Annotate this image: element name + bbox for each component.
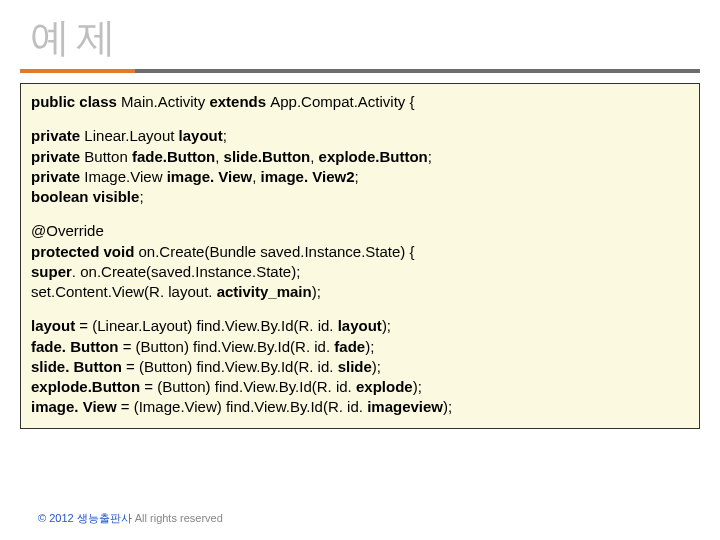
id-explode: explode — [356, 378, 413, 395]
id-imageview: imageview — [367, 398, 443, 415]
code-line-1: public class Main.Activity extends App.C… — [31, 92, 689, 112]
var-layout: layout — [31, 317, 79, 334]
t: ; — [355, 168, 359, 185]
kw-extends: extends — [209, 93, 270, 110]
t: , — [310, 148, 318, 165]
var-imageview: image. View — [31, 398, 121, 415]
res-activity-main: activity_main — [217, 283, 312, 300]
annotation-override: @Override — [31, 222, 104, 239]
t: = (Button) find.View.By.Id(R. id. — [123, 338, 335, 355]
underline-rest — [135, 69, 700, 73]
title-block: 예제 — [20, 10, 700, 79]
t: . on.Create(saved.Instance.State); — [72, 263, 300, 280]
kw-private: private — [31, 168, 84, 185]
code-line-4: private Image.View image. View, image. V… — [31, 167, 689, 187]
field-imageview2: image. View2 — [261, 168, 355, 185]
code-line-8: super. on.Create(saved.Instance.State); — [31, 262, 689, 282]
field-slidebutton: slide.Button — [224, 148, 311, 165]
id-slide: slide — [338, 358, 372, 375]
t: Image.View — [84, 168, 166, 185]
slide: 예제 public class Main.Activity extends Ap… — [0, 0, 720, 540]
var-fadebutton: fade. Button — [31, 338, 123, 355]
t: ; — [428, 148, 432, 165]
var-explodebutton: explode.Button — [31, 378, 144, 395]
kw-private: private — [31, 127, 84, 144]
code-line-3: private Button fade.Button, slide.Button… — [31, 147, 689, 167]
t: ); — [413, 378, 422, 395]
slide-title: 예제 — [30, 10, 700, 65]
title-underline — [20, 69, 700, 73]
t: set.Content.View(R. layout. — [31, 283, 217, 300]
kw-protected-void: protected void — [31, 243, 139, 260]
field-explodebutton: explode.Button — [319, 148, 428, 165]
t: = (Image.View) find.View.By.Id(R. id. — [121, 398, 367, 415]
code-line-10: layout = (Linear.Layout) find.View.By.Id… — [31, 316, 689, 336]
field-visible: visible — [93, 188, 140, 205]
t: Linear.Layout — [84, 127, 178, 144]
t: ); — [365, 338, 374, 355]
t: ); — [382, 317, 391, 334]
field-layout: layout — [179, 127, 223, 144]
footer-rights: All rights reserved — [135, 512, 223, 524]
t: , — [215, 148, 223, 165]
t: ); — [372, 358, 381, 375]
t: Main.Activity — [121, 93, 209, 110]
code-block-oncreate: @Override protected void on.Create(Bundl… — [31, 221, 689, 302]
code-line-7: protected void on.Create(Bundle saved.In… — [31, 242, 689, 262]
code-block-findview: layout = (Linear.Layout) find.View.By.Id… — [31, 316, 689, 417]
kw-boolean: boolean — [31, 188, 93, 205]
code-line-9: set.Content.View(R. layout. activity_mai… — [31, 282, 689, 302]
code-line-13: explode.Button = (Button) find.View.By.I… — [31, 377, 689, 397]
field-fadebutton: fade.Button — [132, 148, 215, 165]
kw-super: super — [31, 263, 72, 280]
t: ); — [312, 283, 321, 300]
t: = (Button) find.View.By.Id(R. id. — [126, 358, 338, 375]
kw-private: private — [31, 148, 84, 165]
code-line-14: image. View = (Image.View) find.View.By.… — [31, 397, 689, 417]
code-line-11: fade. Button = (Button) find.View.By.Id(… — [31, 337, 689, 357]
id-fade: fade — [334, 338, 365, 355]
code-line-12: slide. Button = (Button) find.View.By.Id… — [31, 357, 689, 377]
t: , — [252, 168, 260, 185]
t: on.Create(Bundle saved.Instance.State) { — [139, 243, 415, 260]
footer: © 2012 생능출판사 All rights reserved — [38, 511, 223, 526]
code-box: public class Main.Activity extends App.C… — [20, 83, 700, 429]
kw-public-class: public class — [31, 93, 121, 110]
t: ); — [443, 398, 452, 415]
underline-accent — [20, 69, 135, 73]
id-layout: layout — [338, 317, 382, 334]
code-line-6: @Override — [31, 221, 689, 241]
t: = (Button) find.View.By.Id(R. id. — [144, 378, 356, 395]
t: ; — [139, 188, 143, 205]
code-line-5: boolean visible; — [31, 187, 689, 207]
footer-copyright: © 2012 생능출판사 — [38, 512, 135, 524]
t: App.Compat.Activity { — [270, 93, 414, 110]
t: Button — [84, 148, 132, 165]
t: = (Linear.Layout) find.View.By.Id(R. id. — [79, 317, 337, 334]
code-line-2: private Linear.Layout layout; — [31, 126, 689, 146]
code-block-fields: private Linear.Layout layout; private Bu… — [31, 126, 689, 207]
var-slidebutton: slide. Button — [31, 358, 126, 375]
field-imageview: image. View — [167, 168, 253, 185]
t: ; — [223, 127, 227, 144]
